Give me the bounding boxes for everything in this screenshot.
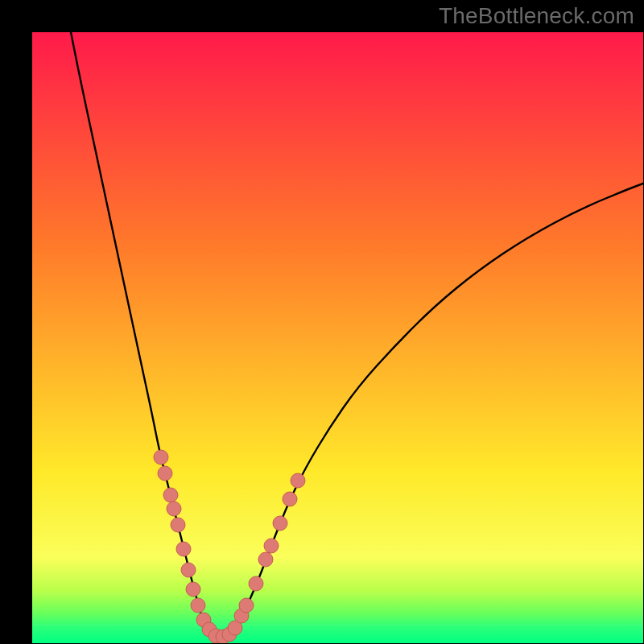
dot-right-9 — [291, 473, 305, 488]
dot-left-1 — [158, 466, 172, 481]
dot-right-3 — [239, 598, 254, 613]
dot-right-4 — [249, 576, 263, 591]
curve-left-curve — [71, 32, 219, 638]
dot-left-5 — [176, 542, 191, 556]
dot-left-4 — [171, 518, 185, 532]
watermark-text: TheBottleneck.com — [439, 3, 634, 29]
dot-left-8 — [191, 598, 205, 613]
chart-canvas: TheBottleneck.com — [0, 0, 644, 644]
curve-right-curve — [219, 184, 643, 638]
dot-left-2 — [163, 488, 178, 502]
dot-right-6 — [264, 539, 279, 553]
dot-right-8 — [283, 492, 297, 506]
dot-left-6 — [181, 563, 196, 577]
dot-left-7 — [186, 582, 200, 597]
dot-left-0 — [154, 450, 168, 464]
dot-right-7 — [273, 516, 287, 530]
dot-left-3 — [167, 502, 181, 516]
curve-layer — [32, 32, 643, 643]
plot-area — [32, 32, 643, 643]
dot-right-5 — [258, 552, 273, 567]
